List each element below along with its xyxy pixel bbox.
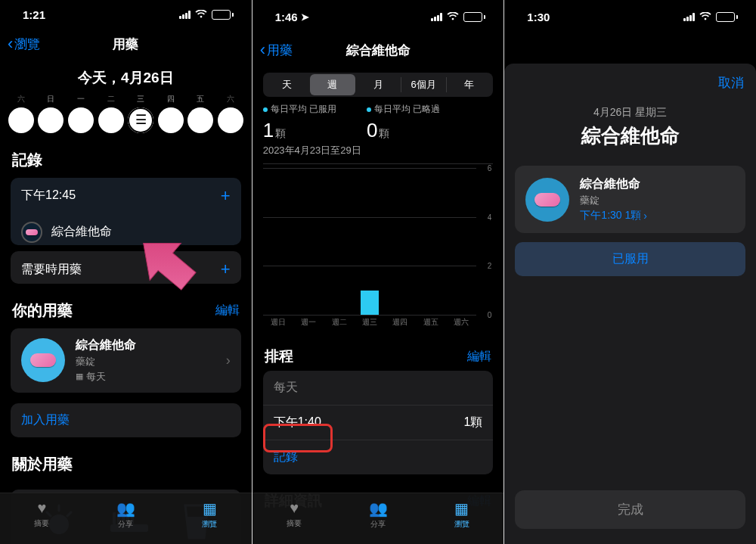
pill-icon [21, 338, 65, 382]
legend-dot-taken [263, 107, 268, 112]
time-range-segments[interactable]: 天 週 月 6個月 年 [263, 73, 494, 97]
pill-icon [21, 222, 42, 243]
status-bar: 1:30 87 [504, 0, 756, 33]
seg-year[interactable]: 年 [446, 74, 491, 95]
log-time: 下午12:45 [21, 188, 76, 204]
screen-3-log-sheet: 1:30 87 取消 4月26日 星期三 綜合維他命 綜合維他命 藥錠 下午1:… [504, 0, 756, 544]
mark-taken-button[interactable]: 已服用 [515, 242, 745, 276]
cellular-icon [179, 11, 191, 19]
grid-icon: ▦ [203, 499, 217, 518]
back-label: 瀏覽 [14, 36, 40, 53]
heart-icon: ♥ [290, 499, 299, 517]
seg-day[interactable]: 天 [265, 74, 310, 95]
bar-chart: 0246 週日週一週二週三週四週五週六 [263, 163, 494, 330]
location-icon: ➤ [301, 11, 309, 23]
cellular-icon [431, 13, 442, 21]
day-dot[interactable] [187, 107, 213, 133]
calendar-icon: ▦ [76, 371, 83, 381]
annotation-arrow [121, 235, 212, 318]
done-button[interactable]: 完成 [515, 490, 745, 529]
med-name: 綜合維他命 [580, 176, 647, 192]
tab-share[interactable]: 👥分享 [84, 493, 168, 535]
add-log-button[interactable]: + [221, 186, 231, 206]
nav-header: ‹ 用藥 綜合維他命 [253, 33, 504, 67]
battery-icon: 87 [212, 10, 234, 20]
day-dot[interactable] [218, 107, 243, 133]
day-dot[interactable] [158, 107, 184, 133]
screen-2-med-detail: 1:46 ➤ 86 ‹ 用藥 綜合維他命 天 週 月 6個月 年 每日平均 已服 [253, 0, 504, 544]
nav-header: ‹ 瀏覽 用藥 [0, 30, 252, 59]
heart-icon: ♥ [38, 499, 47, 517]
page-title: 綜合維他命 [346, 42, 411, 59]
med-detail-card[interactable]: 綜合維他命 藥錠 下午1:30 1顆› [515, 166, 745, 233]
edit-meds-button[interactable]: 編輯 [215, 303, 240, 319]
chevron-left-icon: ‹ [8, 36, 13, 52]
section-schedule-title: 排程 [265, 347, 293, 366]
tab-browse[interactable]: ▦瀏覽 [168, 493, 252, 535]
clock: 1:46 [275, 11, 298, 23]
battery-icon: 87 [716, 12, 738, 22]
section-log-title: 記錄 [0, 133, 252, 178]
day-dot[interactable] [8, 107, 34, 133]
status-bar: 1:46 ➤ 86 [253, 0, 504, 33]
page-title: 用藥 [113, 36, 138, 53]
chevron-left-icon: ‹ [260, 42, 265, 58]
people-icon: 👥 [116, 499, 135, 518]
sheet-title: 綜合維他命 [504, 120, 756, 166]
day-dot[interactable] [38, 107, 64, 133]
tab-summary[interactable]: ♥摘要 [0, 493, 84, 535]
schedule-card: 每天 下午1:401顆 記錄 [263, 371, 494, 474]
seg-6month[interactable]: 6個月 [401, 74, 446, 95]
tab-summary[interactable]: ♥摘要 [253, 493, 336, 535]
add-as-needed-button[interactable]: + [221, 260, 231, 279]
log-time-row[interactable]: 下午12:45 + [11, 178, 241, 214]
clock: 1:21 [23, 8, 45, 21]
status-bar: 1:21 87 [0, 0, 252, 30]
tab-bar: ♥摘要 👥分享 ▦瀏覽 [253, 493, 504, 544]
tab-share[interactable]: 👥分享 [336, 493, 420, 535]
sheet-date: 4月26日 星期三 [504, 64, 756, 120]
back-button[interactable]: ‹ 瀏覽 [8, 36, 40, 53]
day-dot[interactable] [98, 107, 124, 133]
add-medication-button[interactable]: 加入用藥 [11, 403, 241, 437]
wifi-icon [447, 12, 459, 21]
people-icon: 👥 [369, 499, 388, 518]
battery-icon: 86 [463, 12, 485, 22]
back-button[interactable]: ‹ 用藥 [260, 42, 293, 59]
med-time[interactable]: 下午1:30 1顆› [580, 209, 647, 222]
seg-month[interactable]: 月 [355, 74, 401, 95]
wifi-icon [699, 12, 711, 21]
wifi-icon [195, 10, 207, 19]
legend-dot-skipped [367, 107, 371, 112]
med-type: 藥錠 [76, 355, 215, 368]
week-calendar[interactable]: 六 日 一 二 三☰ 四 五 六 [0, 94, 252, 133]
clock: 1:30 [527, 11, 550, 23]
schedule-time-row[interactable]: 下午1:401顆 [263, 405, 494, 440]
seg-week[interactable]: 週 [310, 74, 355, 95]
pill-icon [525, 178, 569, 222]
as-needed-label: 需要時用藥 [21, 262, 82, 278]
date-header: 今天，4月26日 [0, 59, 252, 94]
grid-icon: ▦ [454, 499, 469, 518]
med-card[interactable]: 綜合維他命 藥錠 ▦每天 › [11, 328, 241, 393]
section-your-meds-title: 你的用藥 [12, 300, 73, 321]
chevron-right-icon: › [643, 210, 647, 222]
chart-legend: 每日平均 已服用 1顆 每日平均 已略過 0顆 [253, 97, 504, 142]
med-type: 藥錠 [580, 194, 647, 207]
record-row[interactable]: 記錄 [263, 440, 494, 474]
day-dot-selected[interactable]: ☰ [128, 107, 153, 133]
screen-1-medications: 1:21 87 ‹ 瀏覽 用藥 今天，4月26日 六 日 一 二 三☰ 四 五 … [0, 0, 252, 544]
tab-browse[interactable]: ▦瀏覽 [420, 493, 503, 535]
med-name: 綜合維他命 [76, 337, 215, 353]
chevron-right-icon: › [226, 353, 231, 368]
tab-bar: ♥摘要 👥分享 ▦瀏覽 [0, 493, 252, 544]
cellular-icon [683, 13, 695, 21]
schedule-freq-row: 每天 [263, 371, 494, 405]
back-label: 用藥 [267, 42, 293, 59]
med-name: 綜合維他命 [51, 224, 112, 240]
day-dot[interactable] [68, 107, 94, 133]
log-sheet: 取消 4月26日 星期三 綜合維他命 綜合維他命 藥錠 下午1:30 1顆› 已… [504, 64, 756, 544]
edit-schedule-button[interactable]: 編輯 [467, 349, 491, 365]
cancel-button[interactable]: 取消 [718, 74, 744, 92]
section-about-title: 關於用藥 [0, 437, 252, 482]
